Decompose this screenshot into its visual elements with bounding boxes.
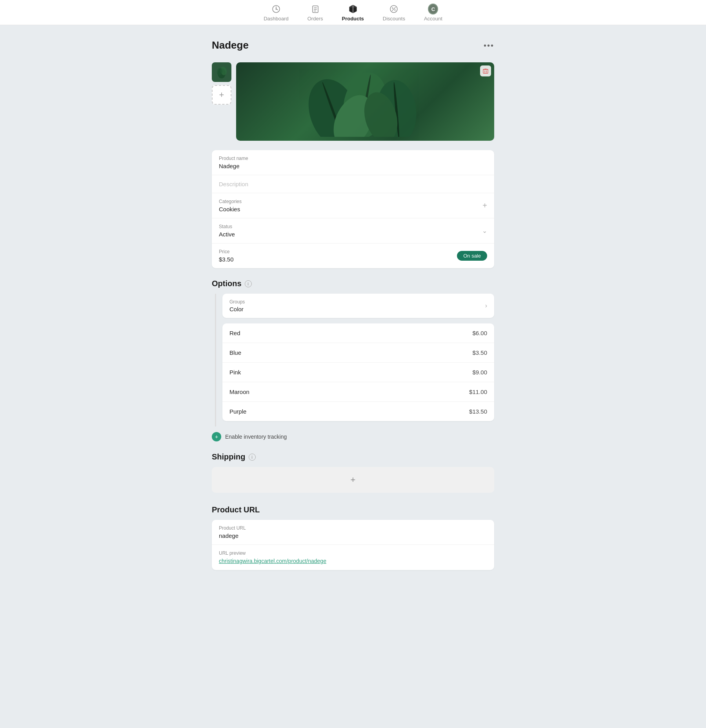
add-image-button[interactable]: +: [212, 85, 231, 105]
categories-value: Cookies: [219, 206, 242, 212]
account-label: Account: [424, 16, 442, 22]
url-preview-link[interactable]: christinagwira.bigcartel.com/product/nad…: [219, 558, 326, 564]
product-url-label: Product URL: [219, 525, 487, 531]
variant-price: $11.00: [469, 389, 487, 395]
thumbnail-1[interactable]: [212, 62, 231, 82]
product-url-card: Product URL nadege URL preview christina…: [212, 520, 494, 570]
url-preview-field: URL preview christinagwira.bigcartel.com…: [212, 545, 494, 570]
status-value: Active: [219, 231, 235, 238]
description-field[interactable]: Description: [212, 175, 494, 193]
groups-value: Color: [229, 306, 245, 312]
add-shipping-button[interactable]: +: [212, 467, 494, 493]
product-name-field[interactable]: Product name Nadege: [212, 150, 494, 175]
shipping-section-title: Shipping i: [212, 452, 494, 461]
price-value: $3.50: [219, 256, 234, 263]
page-header: Nadege •••: [212, 39, 494, 51]
inventory-icon: +: [212, 432, 221, 441]
dashboard-label: Dashboard: [264, 16, 289, 22]
add-category-button[interactable]: +: [482, 201, 487, 210]
nav-item-discounts[interactable]: Discounts: [383, 4, 405, 22]
variant-price: $9.00: [472, 369, 487, 376]
account-icon: C: [428, 4, 438, 14]
delete-image-button[interactable]: [480, 65, 491, 76]
nav-item-orders[interactable]: Orders: [308, 4, 323, 22]
svg-point-1: [275, 9, 277, 10]
variant-name: Blue: [229, 349, 241, 356]
product-form-card: Product name Nadege Description Categori…: [212, 150, 494, 268]
nav-item-dashboard[interactable]: Dashboard: [264, 4, 289, 22]
variant-name: Purple: [229, 408, 246, 415]
variant-name: Red: [229, 330, 240, 336]
categories-label: Categories: [219, 199, 242, 204]
image-thumbnails: +: [212, 62, 231, 105]
product-url-field[interactable]: Product URL nadege: [212, 520, 494, 545]
products-icon: [348, 4, 358, 14]
status-chevron-icon: ⌄: [482, 227, 487, 234]
on-sale-badge: On sale: [457, 251, 487, 261]
categories-field[interactable]: Categories Cookies +: [212, 193, 494, 218]
product-url-section-title: Product URL: [212, 505, 494, 514]
variant-row-maroon[interactable]: Maroon $11.00: [222, 382, 494, 402]
variant-row-red[interactable]: Red $6.00: [222, 323, 494, 343]
groups-chevron-icon: ›: [485, 302, 487, 309]
variant-name: Pink: [229, 369, 241, 376]
product-url-value: nadege: [219, 532, 487, 539]
inventory-label: Enable inventory tracking: [225, 434, 287, 440]
page-title: Nadege: [212, 39, 249, 51]
discounts-label: Discounts: [383, 16, 405, 22]
orders-icon: [310, 4, 320, 14]
dashboard-icon: [271, 4, 281, 14]
options-info-icon[interactable]: i: [245, 280, 252, 287]
groups-row[interactable]: Groups Color ›: [222, 294, 494, 318]
orders-label: Orders: [308, 16, 323, 22]
nav-item-products[interactable]: Products: [342, 4, 364, 22]
variant-row-blue[interactable]: Blue $3.50: [222, 343, 494, 363]
groups-info: Groups Color: [229, 299, 245, 312]
svg-point-5: [395, 9, 396, 11]
page-content: Nadege ••• +: [204, 25, 502, 599]
images-section: +: [212, 62, 494, 141]
nav-item-account[interactable]: C Account: [424, 4, 442, 22]
svg-rect-17: [483, 69, 488, 73]
groups-label: Groups: [229, 299, 245, 305]
options-divider-line: [215, 294, 216, 427]
more-options-button[interactable]: •••: [484, 42, 494, 49]
url-preview-label: URL preview: [219, 550, 487, 556]
price-label: Price: [219, 249, 234, 254]
products-label: Products: [342, 16, 364, 22]
description-placeholder: Description: [219, 181, 487, 187]
variant-price: $3.50: [472, 349, 487, 356]
variant-row-purple[interactable]: Purple $13.50: [222, 402, 494, 421]
main-nav: Dashboard Orders Products: [0, 0, 706, 25]
options-section-title: Options i: [212, 279, 494, 288]
discounts-icon: [389, 4, 399, 14]
product-name-value: Nadege: [219, 163, 487, 169]
account-avatar: C: [428, 4, 438, 15]
price-field[interactable]: Price $3.50 On sale: [212, 243, 494, 268]
main-product-image: [236, 62, 494, 141]
groups-card: Groups Color ›: [222, 294, 494, 318]
shipping-info-icon[interactable]: i: [249, 454, 256, 461]
options-area: Groups Color › Red $6.00 Blue $3.50 Pink: [212, 294, 494, 427]
variants-card: Red $6.00 Blue $3.50 Pink $9.00 Maroon $…: [222, 323, 494, 421]
status-label: Status: [219, 224, 235, 229]
svg-point-4: [392, 7, 393, 9]
inventory-toggle[interactable]: + Enable inventory tracking: [212, 432, 494, 441]
variant-name: Maroon: [229, 389, 249, 395]
product-name-label: Product name: [219, 156, 487, 161]
variant-price: $13.50: [469, 408, 487, 415]
status-field[interactable]: Status Active ⌄: [212, 218, 494, 243]
variant-price: $6.00: [472, 330, 487, 336]
variant-row-pink[interactable]: Pink $9.00: [222, 363, 494, 382]
